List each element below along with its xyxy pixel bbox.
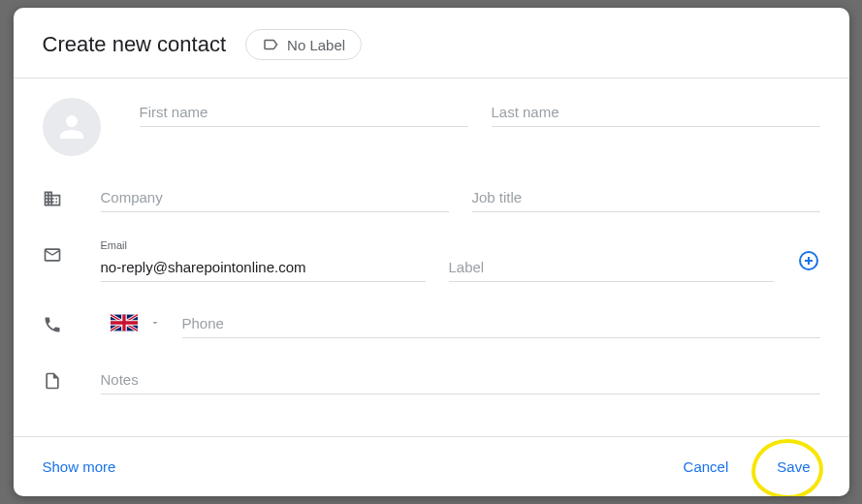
person-icon bbox=[54, 110, 89, 144]
avatar[interactable] bbox=[43, 98, 101, 156]
company-icon-col bbox=[43, 183, 101, 212]
job-title-field-wrap bbox=[472, 183, 820, 212]
job-title-input[interactable] bbox=[472, 183, 820, 212]
save-highlight: Save bbox=[767, 453, 819, 481]
email-field-wrap: Email bbox=[101, 239, 426, 282]
dialog-header: Create new contact No Label bbox=[14, 8, 849, 79]
email-row: Email bbox=[43, 239, 820, 282]
notes-icon-col bbox=[43, 365, 101, 394]
notes-row bbox=[43, 365, 820, 394]
phone-input[interactable] bbox=[182, 309, 820, 338]
company-icon bbox=[43, 189, 62, 208]
notes-icon bbox=[43, 371, 62, 391]
notes-field-wrap bbox=[101, 365, 820, 394]
phone-field-wrap bbox=[182, 309, 820, 338]
notes-input[interactable] bbox=[101, 365, 820, 394]
dialog-footer: Show more Cancel Save bbox=[14, 436, 849, 496]
company-field-wrap bbox=[101, 183, 449, 212]
email-fields: Email bbox=[101, 239, 820, 282]
create-contact-dialog: Create new contact No Label bbox=[14, 8, 849, 496]
cancel-button[interactable]: Cancel bbox=[674, 453, 739, 481]
email-label-field-wrap bbox=[449, 253, 774, 282]
add-email-button[interactable] bbox=[797, 249, 820, 272]
name-fields bbox=[140, 98, 820, 127]
email-label-input[interactable] bbox=[449, 253, 774, 282]
company-row bbox=[43, 183, 820, 212]
last-name-input[interactable] bbox=[492, 98, 820, 127]
label-chip[interactable]: No Label bbox=[245, 29, 362, 60]
footer-actions: Cancel Save bbox=[674, 453, 820, 481]
email-icon bbox=[43, 245, 62, 265]
plus-circle-icon bbox=[797, 249, 820, 272]
phone-icon-col bbox=[43, 309, 101, 338]
phone-icon bbox=[43, 315, 62, 334]
uk-flag-icon bbox=[111, 314, 138, 331]
name-row bbox=[43, 98, 820, 156]
last-name-field-wrap bbox=[492, 98, 820, 127]
form-content: Email bbox=[14, 79, 849, 436]
company-fields bbox=[101, 183, 820, 212]
phone-row bbox=[43, 309, 820, 338]
save-button[interactable]: Save bbox=[767, 453, 819, 481]
country-code-select[interactable] bbox=[101, 314, 171, 338]
page-title: Create new contact bbox=[43, 32, 227, 57]
label-icon bbox=[262, 36, 279, 53]
first-name-input[interactable] bbox=[140, 98, 468, 127]
first-name-field-wrap bbox=[140, 98, 468, 127]
email-icon-col bbox=[43, 239, 101, 268]
chevron-down-icon bbox=[149, 317, 161, 329]
show-more-button[interactable]: Show more bbox=[43, 458, 116, 475]
email-field-label: Email bbox=[101, 239, 426, 251]
notes-fields bbox=[101, 365, 820, 394]
phone-fields bbox=[101, 309, 820, 338]
label-chip-text: No Label bbox=[287, 37, 345, 53]
email-input[interactable] bbox=[101, 253, 426, 282]
company-input[interactable] bbox=[101, 183, 449, 212]
